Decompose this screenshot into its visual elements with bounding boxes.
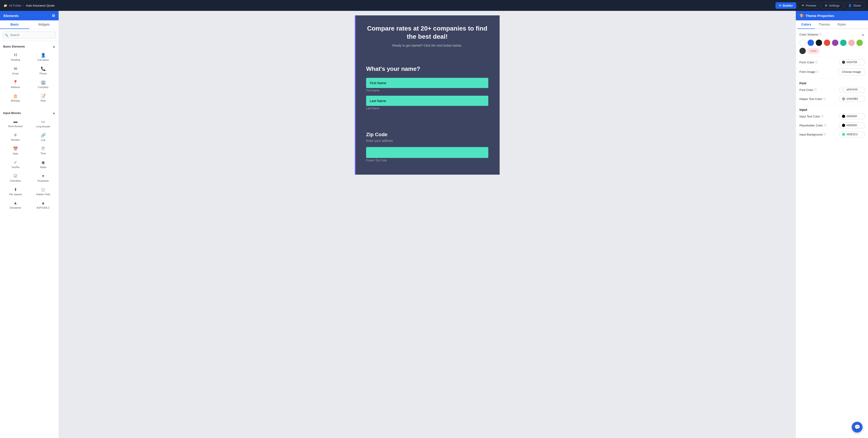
form-block-zip[interactable]: Zip Code Enter your address Postal / Zip… xyxy=(355,123,500,175)
zip-input[interactable] xyxy=(366,147,488,158)
input-background-info[interactable]: ⓘ xyxy=(824,132,826,136)
form-block-hero-wrapper: Compare rates at 20+ companies to find t… xyxy=(355,15,500,56)
scheme-black[interactable] xyxy=(816,40,822,46)
element-address[interactable]: 📍 Address xyxy=(2,77,29,91)
element-birthday[interactable]: 🎂 Birthday xyxy=(2,91,29,104)
element-disclaimer[interactable]: ▲ Disclaimer xyxy=(2,198,29,211)
element-short-answer[interactable]: ▬ Short Answer xyxy=(2,117,29,130)
right-panel-content: Color Scheme ⓘ ▲ Clear xyxy=(796,29,868,438)
element-time[interactable]: ⏱ Time xyxy=(30,144,57,157)
input-text-color-info[interactable]: ⓘ xyxy=(821,115,824,118)
accent-bar-3 xyxy=(355,123,356,175)
element-link[interactable]: 🔗 Link xyxy=(30,130,57,144)
placeholder-color-dot xyxy=(842,124,845,127)
tab-basic[interactable]: Basic xyxy=(0,20,29,29)
choose-image-button[interactable]: Choose Image xyxy=(838,68,864,75)
section-basic-collapse[interactable]: ▲ xyxy=(52,44,56,48)
element-heading[interactable]: H Heading xyxy=(2,51,29,64)
element-hidden-field[interactable]: ◻ Hidden Field xyxy=(30,185,57,198)
input-background-label: Input Background ⓘ xyxy=(800,132,826,136)
tab-themes[interactable]: Themes xyxy=(815,20,834,29)
hero-heading: Compare rates at 20+ companies to find t… xyxy=(366,25,488,41)
lastname-input[interactable]: Last Name xyxy=(366,96,488,106)
clear-scheme-button[interactable]: Clear xyxy=(808,48,819,54)
color-scheme-chevron[interactable]: ▲ xyxy=(862,33,864,36)
element-company[interactable]: 🏢 Company xyxy=(30,77,57,91)
element-fullname[interactable]: 👤 Full Name xyxy=(30,51,57,64)
settings-button[interactable]: ⚙ Settings xyxy=(822,2,843,9)
zip-heading: Zip Code xyxy=(366,132,488,137)
input-background-dot xyxy=(842,133,845,136)
form-color-label: Form Color ⓘ xyxy=(800,60,818,64)
zip-subtitle: Enter your address xyxy=(366,139,488,143)
form-color-row: Form Color ⓘ #424756 xyxy=(800,59,864,65)
element-note[interactable]: 📝 Note xyxy=(30,91,57,104)
element-phone[interactable]: 📞 Phone xyxy=(30,64,57,77)
color-scheme-info[interactable]: ⓘ xyxy=(819,33,822,36)
sidebar-collapse-icon[interactable]: ⊟ xyxy=(52,13,55,18)
name-heading: What's your name? xyxy=(366,65,488,72)
sidebar-scroll: Basic Elements ▲ H Heading 👤 Full Name ✉… xyxy=(0,41,59,438)
lastname-group: Last Name Last Name xyxy=(366,96,488,110)
form-block-name-wrapper: What's your name? First Name First Name … xyxy=(355,56,500,123)
long-answer-icon: ▭ xyxy=(41,119,45,124)
dropdown-icon: ▾ xyxy=(42,174,44,179)
email-icon: ✉ xyxy=(14,66,17,71)
scheme-dark[interactable] xyxy=(800,48,806,54)
element-long-answer[interactable]: ▭ Long Answer xyxy=(30,117,57,130)
phone-icon: 📞 xyxy=(41,66,46,71)
scheme-white[interactable] xyxy=(800,40,806,46)
date-icon: 📅 xyxy=(13,146,18,151)
tab-widgets[interactable]: Widgets xyxy=(29,20,59,29)
scheme-blue[interactable] xyxy=(808,40,814,46)
scheme-red[interactable] xyxy=(824,40,830,46)
input-text-color-picker[interactable]: #000000 xyxy=(839,113,864,119)
top-nav: 📁 All Folder / Auto Insurance Quote ✦ Bu… xyxy=(0,0,868,11)
preview-button[interactable]: 👁 Preview xyxy=(798,2,819,9)
input-text-color-dot xyxy=(842,115,845,118)
scheme-green[interactable] xyxy=(857,40,863,46)
form-color-picker[interactable]: #424756 xyxy=(839,59,864,65)
element-email[interactable]: ✉ Email xyxy=(2,64,29,77)
sidebar-tabs: Basic Widgets xyxy=(0,20,59,29)
scheme-purple[interactable] xyxy=(832,40,838,46)
form-image-info[interactable]: ⓘ xyxy=(816,70,819,74)
chat-icon: 💬 xyxy=(854,424,860,430)
section-input-collapse[interactable]: ▲ xyxy=(52,111,56,115)
builder-button[interactable]: ✦ Builder xyxy=(775,2,796,9)
element-checkbox[interactable]: ☑ Checkbox xyxy=(2,171,29,184)
element-file-upload[interactable]: ⬆ File Upload xyxy=(2,185,29,198)
input-background-row: Input Background ⓘ #50E3C2 xyxy=(800,131,864,137)
form-color-info[interactable]: ⓘ xyxy=(815,60,818,64)
tab-colors[interactable]: Colors xyxy=(798,20,815,29)
element-date[interactable]: 📅 Date xyxy=(2,144,29,157)
font-color-label: Font Color ⓘ xyxy=(800,88,817,92)
tab-styles[interactable]: Styles xyxy=(834,20,849,29)
helper-text-color-picker[interactable]: #A6A9B3 xyxy=(839,96,864,102)
form-block-hero[interactable]: Compare rates at 20+ companies to find t… xyxy=(355,15,500,56)
scheme-pink[interactable] xyxy=(848,40,855,46)
font-color-picker[interactable]: #FFFFFF xyxy=(839,87,864,93)
chat-bubble[interactable]: 💬 xyxy=(852,422,863,433)
placeholder-color-picker[interactable]: #000000 xyxy=(839,122,864,128)
element-number[interactable]: # Number xyxy=(2,130,29,144)
share-button[interactable]: 👤 Share xyxy=(845,2,864,9)
helper-text-color-info[interactable]: ⓘ xyxy=(823,97,826,101)
number-icon: # xyxy=(14,133,17,137)
sidebar-search-area: 🔍 xyxy=(0,29,59,41)
firstname-input[interactable]: First Name xyxy=(366,78,488,88)
font-color-info[interactable]: ⓘ xyxy=(814,88,817,92)
form-block-name[interactable]: What's your name? First Name First Name … xyxy=(355,56,500,123)
element-yesno[interactable]: ✓ Yes/No xyxy=(2,158,29,171)
element-dropdown[interactable]: ▾ Dropdown xyxy=(30,171,57,184)
placeholder-color-info[interactable]: ⓘ xyxy=(824,124,826,127)
checkbox-icon: ☑ xyxy=(13,174,17,179)
font-color-row: Font Color ⓘ #FFFFFF xyxy=(800,87,864,93)
input-background-picker[interactable]: #50E3C2 xyxy=(839,131,864,137)
zip-label: Postal / Zip Code xyxy=(366,159,488,162)
scheme-teal[interactable] xyxy=(840,40,846,46)
element-a2p[interactable]: ▲ A2P/10DLC xyxy=(30,198,57,211)
element-radio[interactable]: ◉ Radio xyxy=(30,158,57,171)
main-layout: Elements ⊟ Basic Widgets 🔍 Basic Element… xyxy=(0,11,868,438)
search-input[interactable] xyxy=(3,31,56,38)
